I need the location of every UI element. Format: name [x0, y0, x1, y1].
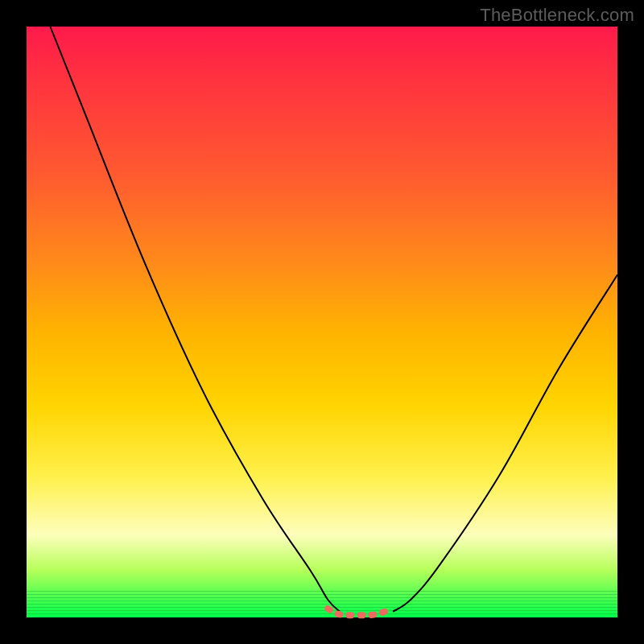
- attribution-text: TheBottleneck.com: [480, 5, 634, 26]
- right-ascending-curve: [393, 275, 617, 611]
- plot-area: [27, 27, 617, 617]
- curves-svg: [27, 27, 617, 617]
- left-descending-curve: [50, 27, 340, 612]
- chart-frame: TheBottleneck.com: [0, 0, 644, 644]
